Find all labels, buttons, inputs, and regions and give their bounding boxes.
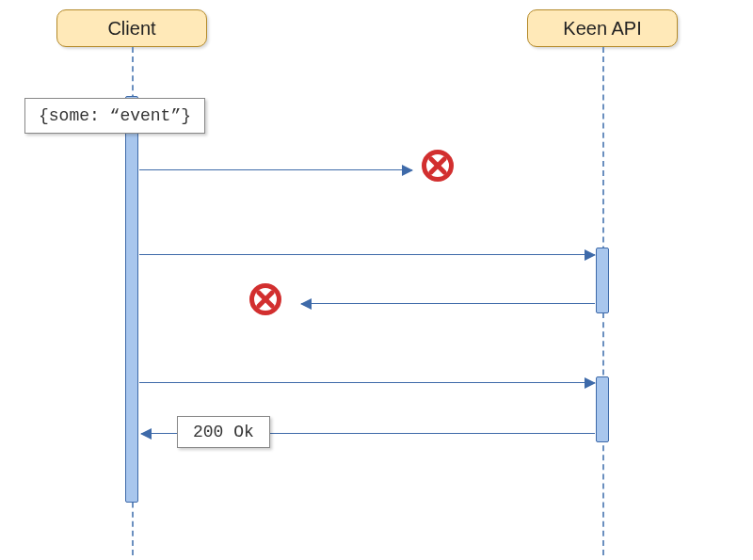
arrowhead-left-icon <box>300 298 312 310</box>
error-icon <box>422 150 454 182</box>
arrowhead-right-icon <box>585 249 596 261</box>
arrowhead-right-icon <box>402 165 413 176</box>
error-icon <box>249 283 281 315</box>
activation-api-2 <box>596 376 609 442</box>
arrowhead-right-icon <box>585 377 596 389</box>
actor-client: Client <box>56 9 207 47</box>
actor-client-label: Client <box>107 18 155 40</box>
event-payload-text: {some: “event”} <box>39 106 191 125</box>
actor-keen-api: Keen API <box>527 9 678 47</box>
message-2-response <box>301 303 595 304</box>
actor-keen-api-label: Keen API <box>563 18 641 40</box>
sequence-diagram: Client Keen API {some: “event”} <box>0 0 753 560</box>
ok-status-note: 200 Ok <box>177 416 270 448</box>
event-payload-note: {some: “event”} <box>24 98 205 134</box>
arrowhead-left-icon <box>140 428 152 440</box>
activation-client <box>125 96 138 503</box>
message-1-request <box>139 169 412 170</box>
message-2-request <box>139 254 595 255</box>
message-3-request <box>139 382 595 383</box>
ok-status-text: 200 Ok <box>193 423 254 441</box>
activation-api-1 <box>596 248 609 313</box>
